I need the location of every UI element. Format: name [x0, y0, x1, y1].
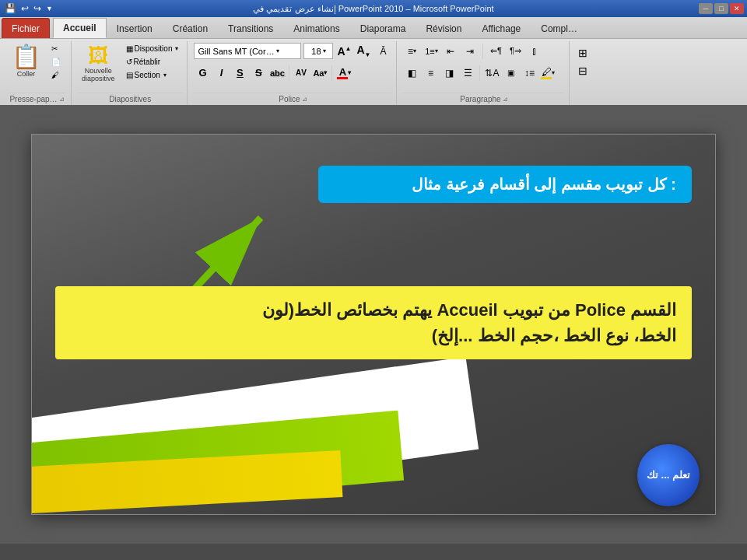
- window-title: إنشاء عرض تقديمي في PowerPoint 2010 – Mi…: [253, 4, 493, 14]
- presse-expand-icon[interactable]: ⊿: [59, 96, 65, 103]
- clear-formatting-button[interactable]: Ā: [374, 43, 391, 59]
- maximize-button[interactable]: □: [714, 3, 728, 14]
- retablir-button[interactable]: ↺ Rétablir: [122, 56, 183, 68]
- ribbon: Fichier Accueil Insertion Création Trans…: [0, 17, 747, 105]
- quick-access-toolbar: 💾 ↩ ↪ ▼: [3, 3, 54, 14]
- minimize-button[interactable]: ─: [699, 3, 713, 14]
- section-dropdown-icon: ▾: [163, 72, 167, 79]
- bullet-list-button[interactable]: ≡ ▾: [403, 43, 420, 59]
- text-direction-button[interactable]: ⇅A: [483, 65, 500, 81]
- font-color-indicator: [337, 77, 348, 79]
- italic-icon: I: [220, 67, 223, 79]
- rtl-icon: ⇐¶: [490, 46, 502, 56]
- strikethrough-button[interactable]: S: [250, 65, 267, 81]
- tab-creation[interactable]: Création: [163, 18, 218, 38]
- retablir-icon: ↺: [126, 58, 132, 66]
- undo-icon[interactable]: ↩: [19, 3, 30, 14]
- text-direction-ltr-button[interactable]: ¶⇒: [507, 43, 524, 59]
- italic-button[interactable]: I: [212, 65, 230, 81]
- align-center-icon: ≡: [428, 68, 433, 79]
- section-icon: ▤: [126, 71, 133, 79]
- section-button[interactable]: ▤ Section ▾: [122, 69, 183, 81]
- bold-button[interactable]: G: [194, 65, 211, 81]
- callout-text: : كل تبويب مقسم إلى أقسام فرعية مثال: [334, 175, 676, 194]
- shadow-icon: abc: [270, 68, 285, 78]
- font-color-dropdown: ▾: [348, 69, 351, 76]
- case-button[interactable]: Aa ▾: [311, 65, 328, 81]
- align-right-button[interactable]: ◨: [440, 65, 458, 81]
- highlight-button[interactable]: 🖊 ▾: [539, 65, 556, 81]
- customize-quick-access-icon[interactable]: ▼: [44, 5, 54, 12]
- tab-compl[interactable]: Compl…: [531, 18, 587, 38]
- nouvelle-diapositive-button[interactable]: 🖼 Nouvelle diapositive: [78, 43, 119, 85]
- increase-indent-button[interactable]: ⇥: [461, 43, 479, 59]
- cut-icon: ✂: [51, 44, 58, 53]
- group-diapositives: 🖼 Nouvelle diapositive ▦ Disposition ▾ ↺…: [73, 41, 188, 105]
- slide[interactable]: : كل تبويب مقسم إلى أقسام فرعية مثال الق…: [31, 134, 716, 515]
- smart-art-button[interactable]: ▣: [502, 65, 519, 81]
- underline-button[interactable]: S: [231, 65, 248, 81]
- align-center-button[interactable]: ≡: [422, 65, 439, 81]
- font-shrink-icon: A▼: [356, 44, 370, 58]
- extra-icon-1[interactable]: ⊞: [574, 44, 591, 61]
- tab-transitions[interactable]: Transitions: [218, 18, 283, 38]
- tab-insertion[interactable]: Insertion: [107, 18, 163, 38]
- tab-affichage[interactable]: Affichage: [472, 18, 531, 38]
- align-left-button[interactable]: ◧: [403, 65, 420, 81]
- tab-accueil[interactable]: Accueil: [53, 18, 107, 38]
- font-size-dropdown-icon: ▾: [323, 47, 326, 54]
- save-icon[interactable]: 💾: [3, 3, 18, 14]
- tab-revision[interactable]: Révision: [416, 18, 472, 38]
- font-color-button[interactable]: A ▾: [335, 65, 352, 81]
- disposition-button[interactable]: ▦ Disposition ▾: [122, 43, 183, 54]
- paragraphe-expand-icon[interactable]: ⊿: [503, 96, 508, 103]
- extra-icon-2[interactable]: ⊟: [574, 62, 591, 79]
- group-police: Gill Sans MT (Cor… ▾ 18 ▾ A▲ A▼ Ā: [189, 41, 397, 105]
- shadow-button[interactable]: abc: [268, 65, 286, 81]
- char-spacing-button[interactable]: AV: [293, 65, 310, 81]
- group-diapos-label: Diapositives: [78, 93, 182, 105]
- tab-fichier[interactable]: Fichier: [2, 18, 50, 38]
- content-text: القسم Police من تبويب Accueil يهتم بخصائ…: [71, 297, 676, 348]
- decrease-indent-icon: ⇤: [447, 46, 454, 57]
- line-spacing-button[interactable]: ↕≡: [521, 65, 538, 81]
- bold-icon: G: [198, 67, 206, 79]
- highlight-icon: 🖊: [542, 67, 552, 77]
- font-name-selector[interactable]: Gill Sans MT (Cor… ▾: [194, 43, 301, 59]
- justify-button[interactable]: ☰: [459, 65, 476, 81]
- coller-button[interactable]: 📋 Coller: [8, 43, 44, 80]
- font-color-icon: A: [339, 67, 346, 77]
- copy-button[interactable]: 📄: [47, 56, 65, 68]
- numbered-list-icon: 1≡: [425, 47, 435, 56]
- police-expand-icon[interactable]: ⊿: [302, 96, 307, 103]
- cut-button[interactable]: ✂: [47, 43, 65, 54]
- char-spacing-icon: AV: [296, 68, 307, 77]
- para-sep2: [479, 65, 480, 81]
- group-paragraphe-label: Paragraphe ⊿: [403, 93, 564, 105]
- highlight-color-indicator: [541, 77, 552, 79]
- font-shrink-button[interactable]: A▼: [355, 43, 372, 59]
- group-presse-label: Presse-pap… ⊿: [8, 93, 66, 105]
- content-box: القسم Police من تبويب Accueil يهتم بخصائ…: [55, 286, 692, 359]
- tab-animations[interactable]: Animations: [283, 18, 349, 38]
- decrease-indent-button[interactable]: ⇤: [442, 43, 459, 59]
- text-direction-rtl-button[interactable]: ⇐¶: [487, 43, 504, 59]
- font-size-selector[interactable]: 18 ▾: [303, 43, 333, 59]
- align-left-icon: ◧: [408, 68, 416, 79]
- close-button[interactable]: ✕: [730, 3, 744, 14]
- numbered-list-button[interactable]: 1≡ ▾: [423, 43, 440, 59]
- redo-icon[interactable]: ↪: [32, 3, 43, 14]
- font-grow-button[interactable]: A▲: [335, 43, 352, 59]
- case-dropdown-icon: ▾: [324, 69, 327, 76]
- underline-icon: S: [237, 68, 244, 78]
- police-sep2: [331, 65, 332, 81]
- tab-diaporama[interactable]: Diaporama: [350, 18, 416, 38]
- para-sep1: [482, 44, 483, 59]
- ribbon-content: 📋 Coller ✂ 📄 🖌 Presse-pap… ⊿: [0, 39, 747, 105]
- columns-button[interactable]: ⫿: [526, 43, 543, 59]
- callout-box: : كل تبويب مقسم إلى أقسام فرعية مثال: [318, 166, 692, 203]
- copy-icon: 📄: [51, 58, 61, 66]
- window-controls: ─ □ ✕: [699, 3, 744, 14]
- format-painter-button[interactable]: 🖌: [47, 69, 65, 81]
- group-police-label: Police ⊿: [194, 93, 391, 105]
